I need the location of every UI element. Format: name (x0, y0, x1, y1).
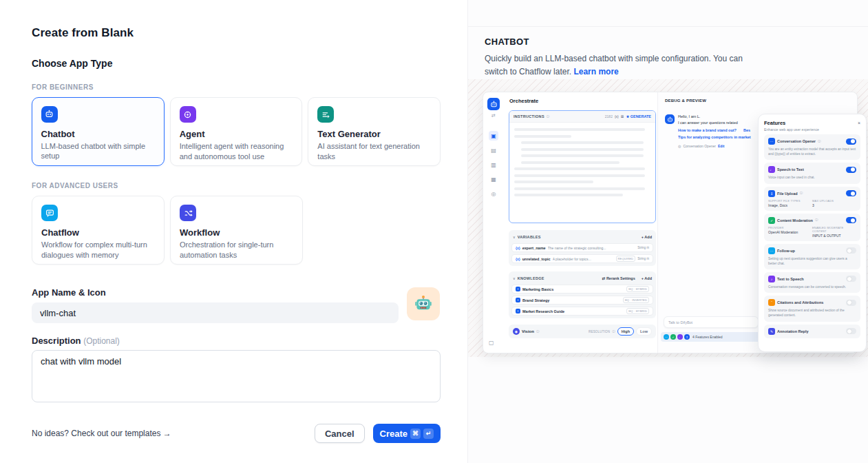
info-icon: ⓘ (536, 330, 540, 333)
features-panel-preview: Features × Enhance web app user experien… (758, 114, 867, 352)
index-mode-badge: HQ · INVERTED (623, 297, 649, 303)
knowledge-label: KNOWLEDGE (518, 276, 544, 280)
create-button[interactable]: Create ⌘ ↵ (373, 424, 441, 443)
create-from-blank-panel: Create from Blank Choose App Type FOR BE… (0, 0, 467, 463)
app-type-card-text-generator[interactable]: Text Generator AI assistant for text gen… (308, 97, 441, 166)
rerank-icon: ⇄ (602, 276, 606, 280)
features-enabled-bar: ⋯ ✓ ♩ ↥ 4 Features Enabled (661, 332, 761, 342)
feature-toggle (846, 217, 856, 223)
copy-icon: ⊞ (621, 114, 624, 119)
app-name-input[interactable] (32, 302, 399, 323)
dataset-icon: ≡ (516, 309, 520, 313)
variables-label: VARIABLES (518, 235, 541, 239)
variable-row: {x} expert_name The name of the strategi… (511, 243, 653, 252)
sparkle-icon: ★ (626, 114, 629, 119)
instructions-label: INSTRUCTIONS (514, 114, 544, 119)
resolution-low-option: Low (636, 327, 652, 336)
description-label: Description (Optional) (32, 336, 441, 346)
app-type-description: Intelligent agent with reasoning and aut… (180, 141, 293, 161)
mock-sidebar: ⇄ ▣ ▤ ▥ ▦ ◎ ▢ (483, 92, 504, 353)
feature-card-file-upload: ↥ File Upload ⓘ SUPPORT FILE TYPES Image… (764, 187, 860, 211)
orchestrate-nav-icon: ▣ (489, 131, 498, 141)
mock-config-column: INSTRUCTIONS ⓘ 2182 {x} ⊞ ★ GENERATE (509, 110, 656, 338)
chatbot-icon (41, 106, 58, 123)
suggestion-link: Tips for analyzing competitors in market (678, 135, 751, 139)
description-block: Description (Optional) chat with vllm mo… (32, 336, 441, 405)
file-upload-icon: ↥ (768, 190, 775, 197)
learn-more-link[interactable]: Learn more (573, 67, 618, 76)
page-title: Create from Blank (32, 26, 441, 40)
app-type-description: LLM-based chatbot with simple setup (41, 141, 156, 161)
add-variable-button: + Add (642, 235, 652, 239)
preview-nav-icon: ▤ (489, 145, 498, 155)
app-name-row: App Name & Icon (32, 287, 441, 323)
close-icon: × (858, 121, 860, 125)
header-divider (468, 26, 868, 27)
moderation-feature-dot: ✓ (670, 334, 676, 340)
bot-avatar (665, 114, 675, 124)
app-type-description: Orchestration for single-turn automation… (180, 240, 293, 260)
app-type-card-workflow[interactable]: Workflow Orchestration for single-turn a… (170, 196, 303, 265)
feature-card-text-to-speech: ♪ Text to Speech Conversation messages c… (764, 272, 860, 293)
preview-image-band: ⇄ ▣ ▤ ▥ ▦ ◎ ▢ Orchestrate ◆ GPT-4o (468, 79, 868, 357)
text-to-speech-icon: ♪ (768, 276, 775, 282)
knowledge-panel: ∨ KNOWLEDGE ⇄ Rerank Settings + Add ≡ Ma… (509, 271, 656, 318)
annotation-nav-icon: ▦ (489, 174, 498, 184)
enter-key-icon: ↵ (423, 429, 434, 439)
app-type-card-chatbot[interactable]: Chatbot LLM-based chatbot with simple se… (32, 97, 165, 166)
opener-ring-icon: ◎ (678, 144, 681, 148)
variable-icon: {x} (516, 246, 520, 250)
preview-heading: CHATBOT (485, 37, 767, 47)
app-type-name: Text Generator (317, 129, 431, 139)
cancel-button[interactable]: Cancel (315, 424, 365, 443)
knowledge-row: ≡ Marketing Basics HQ · HYBRID (511, 285, 653, 294)
preview-description: Quickly build an LLM-based chatbot with … (485, 52, 767, 78)
optional-label: (Optional) (83, 336, 120, 346)
description-textarea[interactable]: chat with vllm model (32, 350, 441, 402)
mock-app-icon (487, 98, 500, 110)
suggested-questions: Tips for analyzing competitors in market (678, 135, 751, 139)
feature-card-annotation-reply: ✎ Annotation Reply (764, 325, 860, 338)
suggestion-link: Bes (743, 128, 750, 132)
collapse-chevron-icon: ∨ (513, 276, 516, 280)
for-beginners-label: FOR BEGINNERS (32, 83, 441, 91)
app-type-card-chatflow[interactable]: Chatflow Workflow for complex multi-turn… (32, 196, 165, 265)
info-icon: ⓘ (818, 140, 821, 143)
feature-toggle (846, 138, 856, 145)
opener-feature-dot: ⋯ (664, 334, 669, 340)
variable-icon: {x} (516, 257, 520, 261)
app-type-card-agent[interactable]: Agent Intelligent agent with reasoning a… (170, 97, 303, 166)
suggestion-link: How to make a brand stand out? (678, 128, 737, 132)
monitoring-nav-icon: ◎ (489, 189, 498, 198)
annotation-reply-icon: ✎ (768, 328, 775, 335)
instructions-panel: INSTRUCTIONS ⓘ 2182 {x} ⊞ ★ GENERATE (509, 110, 656, 223)
chat-input: Talk to DifyBot (664, 316, 759, 328)
feature-toggle (846, 247, 856, 254)
knowledge-row: ≡ Brand Strategy HQ · INVERTED (511, 296, 653, 305)
vision-icon: ◉ (513, 328, 520, 335)
agent-icon (180, 106, 196, 123)
instructions-skeleton (509, 123, 655, 206)
required-badge: REQUIRED (616, 256, 636, 262)
preview-pane: CHATBOT Quickly build an LLM-based chatb… (467, 0, 868, 463)
edit-link: Edit (718, 144, 724, 148)
beginner-app-type-row: Chatbot LLM-based chatbot with simple se… (32, 97, 441, 166)
add-knowledge-button: + Add (642, 276, 652, 280)
chatflow-icon (41, 205, 58, 221)
feature-toggle (846, 328, 856, 334)
variable-row: {x} unrelated_topic A placeholder for to… (511, 254, 653, 263)
app-icon-picker[interactable] (407, 287, 440, 320)
text-generator-icon (317, 106, 334, 123)
index-mode-badge: HQ · HYBRID (626, 308, 649, 314)
templates-link[interactable]: No ideas? Check out our templates → (32, 429, 171, 438)
collapse-chevron-icon: ∨ (513, 235, 516, 239)
arrow-right-icon: → (163, 429, 171, 438)
feature-card-content-moderation: ✓ Content Moderation ⓘ PROVIDER OpenAI M… (764, 214, 860, 241)
app-type-description: Workflow for complex multi-turn dialogue… (41, 240, 155, 260)
conversation-opener-row: ◎ Conversation Opener Edit (678, 144, 751, 148)
dataset-icon: ≡ (516, 298, 520, 302)
modal-footer: No ideas? Check out our templates → Canc… (32, 424, 441, 443)
index-mode-badge: HQ · HYBRID (626, 286, 649, 292)
info-icon: ⓘ (547, 115, 550, 119)
feature-toggle (846, 167, 856, 173)
